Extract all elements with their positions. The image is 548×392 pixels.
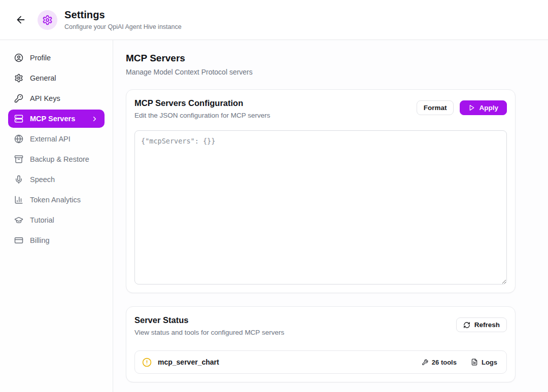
key-icon [14, 94, 23, 103]
server-status-card-header: Server Status View status and tools for … [134, 315, 507, 336]
mcp-config-editor[interactable]: {"mcpServers": {}} [134, 130, 507, 284]
settings-page: Settings Configure your QpiAI Agent Hive… [0, 0, 548, 392]
logs-button[interactable]: Logs [471, 359, 497, 366]
sidebar-item-general[interactable]: General [8, 69, 105, 87]
sidebar-item-label: MCP Servers [30, 115, 75, 123]
page-subtitle: Configure your QpiAI Agent Hive instance [64, 23, 182, 30]
apply-button-label: Apply [479, 104, 498, 112]
sidebar-item-api-keys[interactable]: API Keys [8, 89, 105, 108]
sidebar-item-label: Billing [30, 236, 50, 244]
server-status-card: Server Status View status and tools for … [126, 306, 516, 382]
sidebar-item-label: Tutorial [30, 216, 54, 224]
refresh-button[interactable]: Refresh [456, 317, 507, 332]
page-title: Settings [64, 9, 182, 21]
server-icon [14, 114, 23, 123]
logs-button-label: Logs [482, 359, 497, 366]
apply-button[interactable]: Apply [460, 100, 507, 115]
bar-chart-icon [14, 195, 23, 204]
sidebar-item-external-api[interactable]: External API [8, 130, 105, 148]
mcp-config-card-header: MCP Servers Configuration Edit the JSON … [134, 98, 507, 119]
sidebar-item-mcp-servers[interactable]: MCP Servers [8, 110, 105, 128]
user-circle-icon [14, 53, 23, 62]
main-content: MCP Servers Manage Model Context Protoco… [113, 40, 548, 392]
play-icon [468, 104, 475, 111]
chevron-right-icon [91, 115, 98, 123]
server-row: mcp_server_chart 26 tools Lo [134, 350, 507, 374]
sidebar-item-profile[interactable]: Profile [8, 49, 105, 67]
sidebar-item-label: Backup & Restore [30, 155, 89, 163]
settings-sidebar: Profile General API Keys MCP Servers [0, 40, 113, 392]
status-card-title: Server Status [134, 315, 284, 325]
section-subtitle: Manage Model Context Protocol servers [126, 68, 516, 76]
microphone-icon [14, 175, 23, 184]
config-card-subtitle: Edit the JSON configuration for MCP serv… [134, 112, 270, 119]
tools-count-button[interactable]: 26 tools [422, 359, 457, 366]
sidebar-item-label: API Keys [30, 94, 60, 102]
sidebar-item-label: General [30, 74, 56, 82]
sidebar-item-label: Profile [30, 54, 51, 62]
archive-icon [14, 155, 23, 164]
gear-icon [14, 74, 23, 83]
sidebar-item-label: External API [30, 135, 71, 143]
status-card-subtitle: View status and tools for configured MCP… [134, 329, 284, 336]
alert-circle-icon [142, 358, 152, 367]
sidebar-item-label: Token Analytics [30, 196, 81, 204]
server-name: mcp_server_chart [158, 358, 219, 366]
graduation-cap-icon [14, 216, 23, 225]
credit-card-icon [14, 236, 23, 245]
refresh-icon [463, 322, 470, 329]
tools-count-label: 26 tools [432, 359, 457, 366]
sidebar-item-backup-restore[interactable]: Backup & Restore [8, 150, 105, 168]
sidebar-item-billing[interactable]: Billing [8, 231, 105, 250]
mcp-config-card: MCP Servers Configuration Edit the JSON … [126, 89, 516, 293]
config-card-title: MCP Servers Configuration [134, 98, 270, 108]
globe-icon [14, 134, 23, 144]
settings-avatar [38, 10, 57, 30]
back-button[interactable] [14, 13, 27, 26]
sidebar-item-token-analytics[interactable]: Token Analytics [8, 191, 105, 209]
file-text-icon [471, 359, 478, 366]
refresh-button-label: Refresh [474, 321, 500, 329]
wrench-icon [422, 359, 428, 366]
sidebar-item-label: Speech [30, 175, 55, 184]
format-button[interactable]: Format [417, 100, 454, 115]
sidebar-item-tutorial[interactable]: Tutorial [8, 211, 105, 229]
sidebar-item-speech[interactable]: Speech [8, 170, 105, 189]
format-button-label: Format [424, 104, 447, 112]
arrow-left-icon [15, 14, 26, 25]
section-title: MCP Servers [126, 53, 516, 64]
gear-icon [42, 15, 53, 25]
page-header: Settings Configure your QpiAI Agent Hive… [0, 0, 548, 40]
